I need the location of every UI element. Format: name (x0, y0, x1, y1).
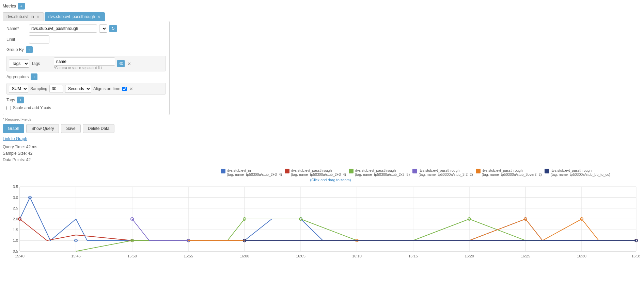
name-row: Name* ▼ ↻ (6, 24, 166, 33)
aggregators-row: Aggregators + (6, 73, 166, 80)
sample-size-stat: Sample Size: 42 (3, 150, 641, 157)
y-label-0-5: 0.5 (13, 249, 18, 253)
group-by-add-button[interactable]: + (26, 46, 33, 53)
y-label-1-5: 1.5 (13, 228, 18, 232)
legend-item-3: rtvs.stub.evt_passthrough(tag: name=tp50… (349, 168, 410, 176)
scale-row: Scale and add Y-axis (6, 105, 166, 110)
required-note: * Required Fields (3, 117, 641, 121)
legend-color-4 (412, 169, 417, 173)
tags-bottom-label: Tags (6, 98, 15, 102)
tag-type-select[interactable]: Tags Value Time (9, 60, 29, 68)
align-checkbox[interactable] (122, 87, 127, 91)
x-label-1555: 15:55 (184, 254, 193, 258)
x-label-1625: 16:25 (521, 254, 530, 258)
chart-svg-wrapper[interactable]: 3.5 3.0 2.5 2.0 1.5 1.0 0.5 15:40 15:45 … (3, 183, 641, 261)
aggregator-config-row: SUM AVG MIN MAX Sampling Seconds Minutes… (6, 83, 166, 95)
legend-text-3: rtvs.stub.evt_passthrough(tag: name=tp50… (355, 168, 410, 176)
limit-row: Limit (6, 35, 166, 44)
legend-text-6: rtvs.stub.evt_passthrough(tag: name=tp50… (551, 168, 610, 176)
refresh-button[interactable]: ↻ (109, 25, 117, 32)
y-label-1-0: 1.0 (13, 238, 18, 242)
sample-size-value: 42 (28, 151, 32, 156)
tab-evt-passthrough[interactable]: rtvs.stub.evt_passthrough ✕ (45, 12, 105, 21)
stats-section: Query Time: 42 ms Sample Size: 42 Data P… (3, 144, 641, 164)
tab-evt-passthrough-label: rtvs.stub.evt_passthrough (48, 14, 95, 19)
x-label-1630: 16:30 (577, 254, 586, 258)
limit-input[interactable] (29, 35, 49, 44)
show-query-button[interactable]: Show Query (26, 124, 59, 133)
x-label-1540: 15:40 (15, 254, 25, 258)
data-points-stat: Data Points: 42 (3, 157, 641, 163)
group-by-row: Group By + (6, 46, 166, 53)
legend-text-2: rtvs.stub.evt_passthrough(tag: name=tp50… (291, 168, 346, 176)
chart-svg[interactable]: 3.5 3.0 2.5 2.0 1.5 1.0 0.5 15:40 15:45 … (3, 183, 640, 261)
tab-evt-in[interactable]: rtvs.stub.evt_in ✕ (3, 12, 44, 21)
aggregators-label: Aggregators (6, 74, 29, 79)
tags-input[interactable] (54, 57, 115, 66)
query-time-value: 42 ms (26, 145, 37, 149)
sample-size-label: Sample Size: (3, 151, 27, 156)
seconds-select[interactable]: Seconds Minutes Hours (65, 85, 91, 93)
form-panel: Name* ▼ ↻ Limit Group By + Tags Value Ti… (3, 21, 170, 115)
x-label-1610: 16:10 (352, 254, 362, 258)
tag-row: Tags Value Time Tags *Comma or space sep… (6, 56, 166, 71)
scale-label: Scale and add Y-axis (13, 105, 51, 110)
name-label: Name* (6, 26, 27, 31)
y-label-3-0: 3.0 (13, 196, 18, 200)
tab-evt-in-label: rtvs.stub.evt_in (6, 14, 34, 19)
data-points-label: Data Points: (3, 157, 25, 162)
legend-item-1: rtvs.stub.evt_in(tag: name=tp50300a/stub… (221, 168, 282, 176)
x-label-1620: 16:20 (465, 254, 474, 258)
legend-item-6: rtvs.stub.evt_passthrough(tag: name=tp50… (545, 168, 610, 176)
chart-legend: rtvs.stub.evt_in(tag: name=tp50300a/stub… (221, 168, 641, 176)
x-label-1600: 16:00 (240, 254, 249, 258)
tags-bottom-row: Tags + (6, 97, 166, 103)
legend-color-3 (349, 169, 354, 173)
legend-text-4: rtvs.stub.evt_passthrough(tag: name=tp50… (419, 168, 473, 176)
x-label-1605: 16:05 (296, 254, 305, 258)
tags-hint: *Comma or space separated list (54, 66, 115, 70)
metric-tabs: rtvs.stub.evt_in ✕ rtvs.stub.evt_passthr… (3, 12, 641, 21)
align-label: Align start time (93, 86, 120, 91)
legend-item-4: rtvs.stub.evt_passthrough(tag: name=tp50… (412, 168, 473, 176)
legend-color-1 (221, 169, 225, 173)
x-label-1550: 15:50 (127, 254, 137, 258)
legend-text-5: rtvs.stub.evt_passthrough(tag: name=tp50… (482, 168, 542, 176)
zoom-hint: (Click and drag to zoom) (20, 178, 641, 182)
buttons-row: Graph Show Query Save Delete Data (3, 124, 641, 133)
tab-evt-in-close[interactable]: ✕ (36, 15, 40, 19)
sampling-input[interactable] (49, 85, 63, 93)
query-time-label: Query Time: (3, 145, 25, 149)
scale-checkbox[interactable] (6, 106, 11, 110)
x-label-1615: 16:15 (408, 254, 418, 258)
delete-data-button[interactable]: Delete Data (83, 124, 114, 133)
aggregators-add-button[interactable]: + (31, 73, 37, 80)
y-label-2-0: 2.0 (13, 217, 18, 221)
save-button[interactable]: Save (61, 124, 80, 133)
query-time-stat: Query Time: 42 ms (3, 144, 641, 150)
aggregator-row-close[interactable]: ✕ (129, 86, 134, 91)
sampling-label: Sampling (30, 86, 47, 91)
add-metric-button[interactable]: + (18, 3, 25, 10)
graph-button[interactable]: Graph (3, 124, 24, 133)
tags-label: Tags (31, 61, 52, 66)
legend-color-5 (476, 169, 481, 173)
aggregator-select[interactable]: SUM AVG MIN MAX (9, 85, 28, 93)
metrics-label: Metrics (3, 4, 16, 9)
legend-item-2: rtvs.stub.evt_passthrough(tag: name=tp50… (285, 168, 346, 176)
link-to-graph[interactable]: Link to Graph (3, 136, 641, 141)
metrics-header: Metrics + (3, 3, 641, 10)
legend-item-5: rtvs.stub.evt_passthrough(tag: name=tp50… (476, 168, 542, 176)
group-by-label: Group By (6, 47, 24, 52)
name-dropdown[interactable]: ▼ (99, 24, 107, 33)
tags-link-button[interactable]: ⛓ (117, 60, 125, 67)
tab-evt-passthrough-close[interactable]: ✕ (97, 15, 101, 19)
tag-row-close[interactable]: ✕ (127, 61, 132, 66)
x-label-1635: 16:35 (631, 254, 640, 258)
legend-text-1: rtvs.stub.evt_in(tag: name=tp50300a/stub… (227, 168, 282, 176)
y-label-3-5: 3.5 (13, 185, 18, 189)
name-input[interactable] (29, 24, 97, 33)
legend-color-2 (285, 169, 289, 173)
tags-bottom-add-button[interactable]: + (17, 97, 24, 103)
x-label-1545: 15:45 (71, 254, 81, 258)
